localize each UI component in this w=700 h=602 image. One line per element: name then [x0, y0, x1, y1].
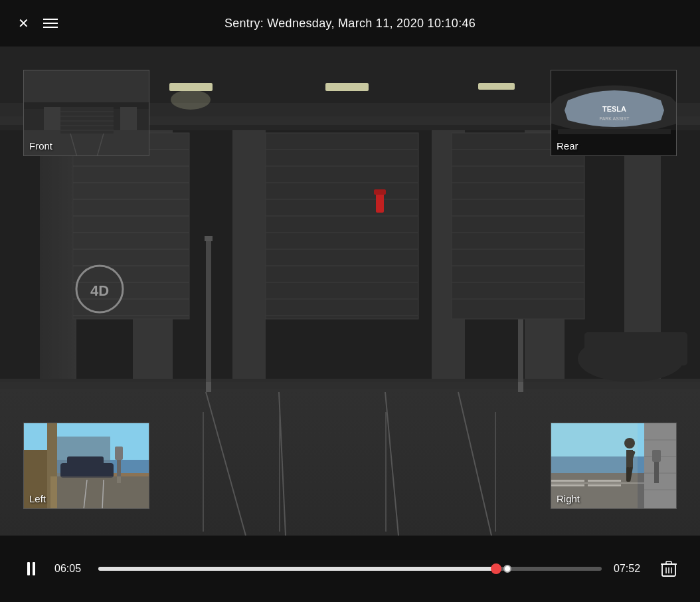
camera-rear-thumb[interactable]: TESLA PARK ASSIST Rear — [551, 70, 677, 156]
pause-icon — [27, 562, 35, 575]
close-button[interactable]: ✕ — [13, 13, 33, 33]
svg-rect-106 — [115, 447, 123, 460]
svg-rect-25 — [279, 412, 280, 532]
current-time: 06:05 — [54, 563, 86, 575]
svg-rect-61 — [452, 133, 584, 319]
close-icon: ✕ — [18, 15, 29, 31]
front-camera-label: Front — [29, 140, 52, 151]
svg-rect-26 — [385, 412, 387, 532]
rear-camera-label: Rear — [557, 140, 578, 151]
menu-button[interactable] — [43, 19, 58, 28]
delete-button[interactable] — [657, 557, 680, 580]
camera-left-thumb[interactable]: Left — [23, 423, 149, 509]
svg-rect-24 — [203, 412, 204, 532]
controls-bar: 06:05 07:52 — [0, 536, 700, 602]
svg-rect-104 — [67, 456, 104, 466]
trash-icon — [660, 559, 677, 578]
svg-rect-74 — [376, 193, 384, 213]
left-camera-label: Left — [29, 493, 46, 504]
menu-line-3 — [43, 27, 58, 28]
svg-rect-75 — [374, 189, 386, 195]
video-title: Sentry: Wednesday, March 11, 2020 10:10:… — [224, 17, 476, 31]
svg-rect-27 — [495, 412, 496, 532]
pause-bar-right — [33, 562, 35, 575]
svg-rect-113 — [644, 423, 677, 509]
menu-line-2 — [43, 23, 58, 24]
camera-right-thumb[interactable]: Right — [551, 423, 677, 509]
svg-rect-107 — [50, 476, 149, 509]
svg-rect-95 — [558, 129, 671, 134]
svg-text:4D: 4D — [90, 282, 109, 299]
svg-rect-84 — [60, 107, 114, 134]
top-bar: ✕ Sentry: Wednesday, March 11, 2020 10:1… — [0, 0, 700, 47]
menu-line-1 — [43, 19, 58, 20]
svg-text:TESLA: TESLA — [602, 105, 626, 113]
svg-rect-133 — [666, 561, 671, 564]
svg-rect-6 — [478, 83, 515, 90]
svg-rect-77 — [24, 70, 149, 104]
camera-front-thumb[interactable]: Front — [23, 70, 149, 156]
right-camera-label: Right — [557, 493, 580, 504]
video-area: 4D — [0, 47, 700, 536]
progress-thumb-white[interactable] — [503, 565, 511, 573]
progress-bar[interactable] — [98, 567, 602, 571]
svg-text:PARK ASSIST: PARK ASSIST — [600, 116, 630, 121]
svg-rect-124 — [652, 450, 661, 462]
pause-bar-left — [27, 562, 30, 575]
progress-fill — [98, 567, 496, 571]
svg-rect-5 — [325, 83, 369, 91]
total-time: 07:52 — [614, 563, 646, 575]
svg-rect-49 — [266, 133, 418, 319]
progress-thumb-red[interactable] — [491, 563, 501, 574]
play-pause-button[interactable] — [20, 557, 43, 580]
svg-point-4 — [171, 90, 211, 110]
